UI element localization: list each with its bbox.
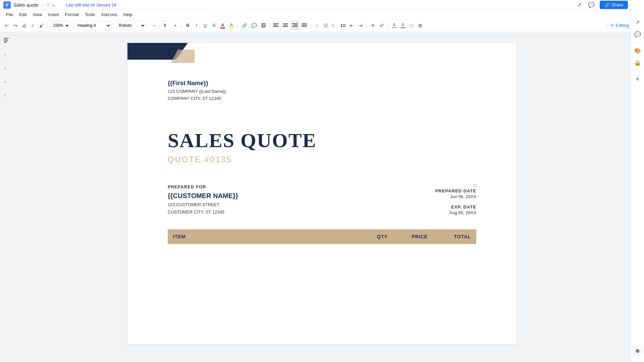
decrease-indent-button[interactable]: ⇤ [348, 21, 356, 30]
strikethrough-button[interactable]: S [210, 21, 218, 30]
font-size-input[interactable] [159, 21, 171, 30]
menu-tools[interactable]: Tools [82, 11, 98, 18]
separator-1 [48, 22, 48, 29]
undo-button[interactable]: ↩ [3, 21, 11, 30]
svg-rect-17 [302, 25, 307, 25]
ruler-num-3: 3 [4, 66, 6, 80]
editing-mode-label: Editing [615, 23, 629, 28]
top-bar: Sales quote ☆ ⊟ ☁ Last edit was on Janua… [0, 0, 644, 10]
align-justify-button[interactable] [300, 21, 309, 30]
checklist-button[interactable]: ☑ [322, 21, 330, 30]
font-size-decrease-button[interactable]: − [150, 21, 158, 30]
quote-number[interactable]: QUOTE #0135 [168, 155, 476, 164]
customer-name[interactable]: {{CUSTOMER NAME}} [168, 192, 238, 200]
menu-edit[interactable]: Edit [16, 11, 29, 18]
ruler-num-2: 2 [4, 53, 6, 66]
document-title[interactable]: Sales quote [13, 2, 38, 8]
sender-name[interactable]: {{First Name}} [168, 80, 476, 87]
expand-button[interactable]: ⊕ [633, 346, 642, 355]
resize-corner[interactable] [474, 184, 476, 187]
separator-10 [388, 22, 388, 29]
last-edit-text: Last edit was on January 18 [66, 3, 116, 7]
sender-address-line2[interactable]: COMPANY CITY, ST 12345 [168, 95, 476, 102]
merge-cells-button[interactable]: ⊞ [416, 21, 424, 30]
menu-view[interactable]: View [30, 11, 45, 18]
bulleted-list-button[interactable] [339, 21, 347, 30]
table-header-total: TOTAL [433, 229, 476, 244]
text-color-button[interactable]: A [219, 21, 227, 30]
separator-2 [72, 22, 72, 29]
document-page[interactable]: {{First Name}} 123 COMPANY {{Last Name}}… [127, 43, 517, 345]
border-color-button[interactable]: A [399, 21, 407, 30]
italic-button[interactable]: I [193, 21, 201, 30]
svg-rect-24 [343, 26, 345, 27]
align-right-button[interactable] [290, 21, 299, 30]
insert-image-button[interactable]: 🖼 [259, 21, 267, 30]
align-center-button[interactable] [281, 21, 290, 30]
sender-address-line1[interactable]: 123 COMPANY {{Last Name}} [168, 88, 476, 95]
right-sidebar: ↗ 💬 🎨 🔒 + ⊕ [631, 36, 644, 362]
superscript-button[interactable]: x² [378, 21, 386, 30]
menu-file[interactable]: File [3, 11, 16, 18]
lock-icon[interactable]: 🔒 [632, 57, 643, 68]
bottom-add-button[interactable]: ⊕ [633, 346, 642, 355]
heading-select[interactable]: Heading 4 Heading 1 Heading 2 Normal tex… [74, 21, 111, 30]
ruler-area [0, 32, 644, 36]
separator-7 [269, 22, 270, 29]
ruler-left-space [0, 32, 10, 36]
zoom-select[interactable]: 150% 100% [50, 21, 70, 30]
redo-button[interactable]: ↪ [11, 21, 19, 30]
clear-formatting-button[interactable]: ✕ [369, 21, 377, 30]
history-icon[interactable]: ↗ [575, 1, 583, 9]
sales-quote-title[interactable]: SALES QUOTE [168, 129, 476, 152]
prepared-for-label: PREPARED FOR [168, 184, 238, 189]
customer-city[interactable]: CUSTOMER CITY, ST 12345 [168, 208, 238, 216]
insert-comment-button[interactable]: 💬 [250, 21, 259, 30]
underline-button[interactable]: U [201, 21, 209, 30]
prepared-date-label: PREPARED DATE [435, 188, 476, 193]
paint-icon[interactable]: 🎨 [632, 45, 643, 56]
paint-format-button[interactable]: 🖌 [38, 21, 46, 30]
star-icon[interactable]: ☆ [40, 2, 45, 8]
highlight-color-button[interactable]: A [227, 21, 235, 30]
quote-details-section: PREPARED FOR {{CUSTOMER NAME}} 123 CUSTO… [168, 184, 476, 216]
font-size-increase-button[interactable]: + [171, 21, 179, 30]
bold-button[interactable]: B [184, 21, 192, 30]
background-color-button[interactable]: A [390, 21, 398, 30]
insert-link-button[interactable]: 🔗 [240, 21, 249, 30]
ruler-content [10, 32, 644, 36]
svg-rect-8 [283, 23, 288, 24]
svg-rect-16 [302, 23, 307, 24]
separator-8 [311, 22, 311, 29]
numbered-list-button[interactable]: 1. [330, 21, 338, 30]
separator-4 [148, 22, 148, 29]
menu-format[interactable]: Format [62, 11, 82, 18]
add-sidebar-button[interactable]: + [632, 74, 643, 84]
exp-date-value[interactable]: Aug 06, 20XX [435, 210, 476, 215]
menu-help[interactable]: Help [121, 11, 135, 18]
print-button[interactable]: 🖨 [20, 21, 28, 30]
editing-mode-badge[interactable]: ✏ Editing [607, 22, 632, 29]
menu-addons[interactable]: Add-ons [98, 11, 120, 18]
folder-icon[interactable]: ⊟ [46, 2, 50, 7]
prepared-date-value[interactable]: Jun 06, 20XX [435, 194, 476, 199]
svg-rect-3 [6, 6, 7, 6]
borders-button[interactable]: □ [408, 21, 416, 30]
share-button[interactable]: 🔗 Share [600, 1, 628, 9]
quote-table: ITEM QTY PRICE TOTAL [168, 229, 476, 244]
customer-street[interactable]: 123 CUSTOMER STREET [168, 201, 238, 208]
dates-section: PREPARED DATE Jun 06, 20XX EXP. DATE Aug… [435, 184, 476, 215]
svg-rect-1 [6, 4, 8, 4]
share-label: Share [611, 2, 623, 7]
spellcheck-button[interactable]: ✓ [29, 21, 37, 30]
line-spacing-button[interactable]: ↕ [313, 21, 321, 30]
svg-rect-6 [273, 26, 279, 27]
increase-indent-button[interactable]: ⇥ [357, 21, 365, 30]
comments-sidebar-icon[interactable]: 💬 [632, 36, 643, 40]
svg-rect-9 [283, 25, 287, 25]
menu-insert[interactable]: Insert [45, 11, 62, 18]
font-select[interactable]: Roboto Arial Times New Roman [116, 21, 146, 30]
share-icon: 🔗 [604, 2, 610, 7]
comment-icon[interactable]: 💬 [586, 1, 596, 9]
align-left-button[interactable] [272, 21, 280, 30]
